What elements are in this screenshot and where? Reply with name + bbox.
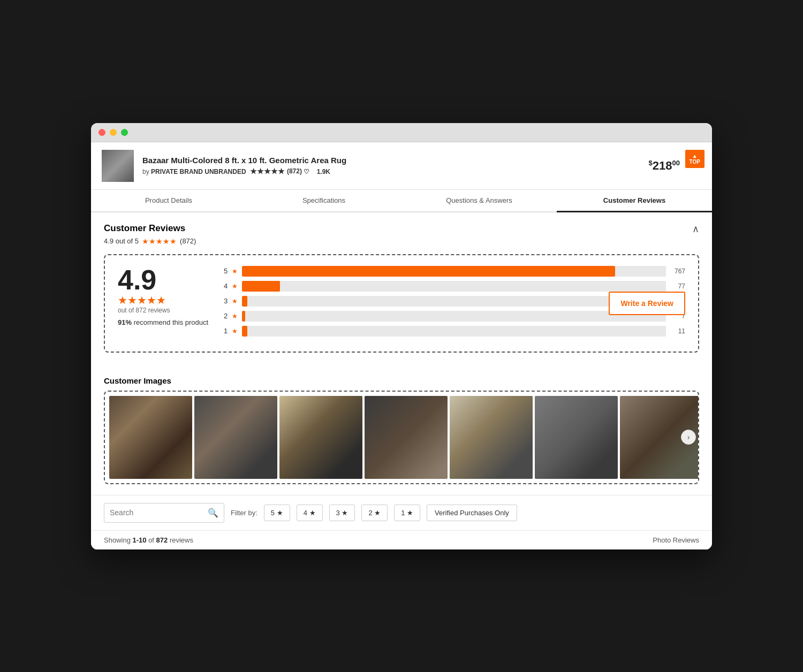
collapse-button[interactable]: ∧ (692, 223, 699, 235)
showing-prefix: Showing (104, 536, 132, 544)
bar-track-1 (242, 326, 666, 337)
top-label: TOP (690, 159, 700, 165)
filter-4-star-button[interactable]: 4 ★ (297, 505, 323, 521)
search-icon[interactable]: 🔍 (208, 508, 218, 518)
customer-image-6[interactable] (535, 396, 618, 479)
recommend-line: 91% recommend this product (118, 318, 208, 326)
overall-rating-line: 4.9 out of 5 ★★★★★ (872) (104, 237, 699, 246)
bar-track-3 (242, 296, 666, 307)
top-arrow-icon: ▲ (692, 153, 698, 159)
filter-2-star-button[interactable]: 2 ★ (361, 505, 388, 521)
filter-label: Filter by: (231, 509, 257, 517)
review-count: (872) (287, 167, 302, 175)
tab-specifications[interactable]: Specifications (246, 190, 402, 212)
maximize-button[interactable] (121, 129, 128, 136)
product-header: Bazaar Multi-Colored 8 ft. x 10 ft. Geom… (91, 142, 712, 190)
images-next-button[interactable]: › (681, 430, 696, 445)
customer-image-1[interactable] (109, 396, 192, 479)
customer-image-2[interactable] (194, 396, 277, 479)
status-bar: Showing 1-10 of 872 reviews Photo Review… (91, 530, 712, 549)
bar-star-3: ★ (232, 297, 238, 305)
search-filter-row: 🔍 Filter by: 5 ★ 4 ★ 3 ★ 2 ★ 1 ★ Verifie… (91, 495, 712, 530)
product-price: $21800 (649, 158, 680, 172)
price-whole: 218 (653, 159, 672, 172)
product-thumbnail-image (102, 150, 134, 182)
bar-label-4: 4 (221, 282, 228, 290)
title-bar (91, 123, 712, 142)
browser-content: Bazaar Multi-Colored 8 ft. x 10 ft. Geom… (91, 142, 712, 549)
filter-5-star-button[interactable]: 5 ★ (264, 505, 290, 521)
mac-window: Bazaar Multi-Colored 8 ft. x 10 ft. Geom… (91, 123, 712, 549)
bar-star-5: ★ (232, 268, 238, 275)
bar-row-4: 4 ★ 77 (221, 281, 685, 292)
tabs: Product Details Specifications Questions… (91, 190, 712, 212)
reviews-section-title: Customer Reviews (104, 223, 699, 234)
bar-star-4: ★ (232, 282, 238, 290)
bar-track-4 (242, 281, 666, 292)
bar-count-4: 77 (670, 282, 685, 290)
ratings-area: 4.9 ★★★★★ out of 872 reviews 91% recomme… (104, 254, 699, 353)
bar-count-5: 767 (670, 268, 685, 275)
big-score: 4.9 (118, 266, 208, 294)
photo-reviews-label[interactable]: Photo Reviews (653, 536, 699, 544)
customer-images-title: Customer Images (104, 376, 699, 385)
wishlist-count: 1.9k (317, 168, 330, 175)
bar-label-5: 5 (221, 267, 228, 275)
filter-1-star-button[interactable]: 1 ★ (394, 505, 420, 521)
product-title: Bazaar Multi-Colored 8 ft. x 10 ft. Geom… (142, 156, 701, 165)
heart-icon: ♡ (304, 168, 309, 175)
tab-questions-answers[interactable]: Questions & Answers (402, 190, 557, 212)
search-input[interactable] (110, 508, 203, 517)
product-brand: by PRIVATE BRAND UNBRANDED ★★★★★ (872) ♡… (142, 167, 701, 175)
showing-total: 872 (156, 536, 168, 544)
product-thumbnail (102, 150, 134, 182)
tab-product-details[interactable]: Product Details (91, 190, 246, 212)
bar-row-5: 5 ★ 767 (221, 266, 685, 277)
bar-star-1: ★ (232, 327, 238, 335)
showing-of: of (147, 536, 156, 544)
bar-fill-5 (242, 266, 615, 277)
close-button[interactable] (99, 129, 105, 136)
customer-images-section: Customer Images › (91, 376, 712, 495)
bar-fill-4 (242, 281, 280, 292)
images-row: › (104, 391, 699, 484)
tab-customer-reviews[interactable]: Customer Reviews (557, 190, 712, 212)
bar-count-1: 11 (670, 327, 685, 335)
overall-rating-text: 4.9 out of 5 (104, 237, 139, 245)
bar-row-1: 1 ★ 11 (221, 326, 685, 337)
filter-verified-button[interactable]: Verified Purchases Only (427, 505, 517, 521)
customer-image-3[interactable] (279, 396, 362, 479)
showing-text: Showing 1-10 of 872 reviews (104, 536, 193, 544)
recommend-text: recommend this product (134, 318, 208, 326)
product-info: Bazaar Multi-Colored 8 ft. x 10 ft. Geom… (142, 156, 701, 175)
minimize-button[interactable] (110, 129, 117, 136)
bar-track-2 (242, 311, 666, 322)
bar-fill-2 (242, 311, 245, 322)
brand-name: PRIVATE BRAND UNBRANDED (151, 168, 246, 175)
left-summary: 4.9 ★★★★★ out of 872 reviews 91% recomme… (118, 266, 208, 341)
price-cents: 00 (672, 158, 680, 166)
reviews-section: Customer Reviews 4.9 out of 5 ★★★★★ (872… (91, 212, 712, 376)
bar-fill-3 (242, 296, 247, 307)
bar-star-2: ★ (232, 312, 238, 320)
bar-label-2: 2 (221, 312, 228, 320)
bar-label-1: 1 (221, 327, 228, 335)
showing-range: 1-10 (132, 536, 146, 544)
bar-fill-1 (242, 326, 247, 337)
customer-image-5[interactable] (450, 396, 533, 479)
write-review-button[interactable]: Write a Review (609, 292, 685, 315)
showing-suffix: reviews (168, 536, 193, 544)
bar-track-5 (242, 266, 666, 277)
bar-label-3: 3 (221, 297, 228, 305)
product-stars: ★★★★★ (872) (250, 167, 302, 175)
overall-stars: ★★★★★ (142, 237, 177, 246)
overall-count: (872) (180, 237, 196, 245)
star-icon: ★★★★★ (250, 167, 285, 175)
top-button[interactable]: ▲ TOP (685, 150, 704, 168)
big-stars: ★★★★★ (118, 294, 208, 307)
filter-3-star-button[interactable]: 3 ★ (329, 505, 355, 521)
customer-image-4[interactable] (365, 396, 448, 479)
out-of-label: out of 872 reviews (118, 307, 208, 314)
search-box: 🔍 (104, 503, 224, 523)
recommend-pct: 91% (118, 318, 132, 326)
